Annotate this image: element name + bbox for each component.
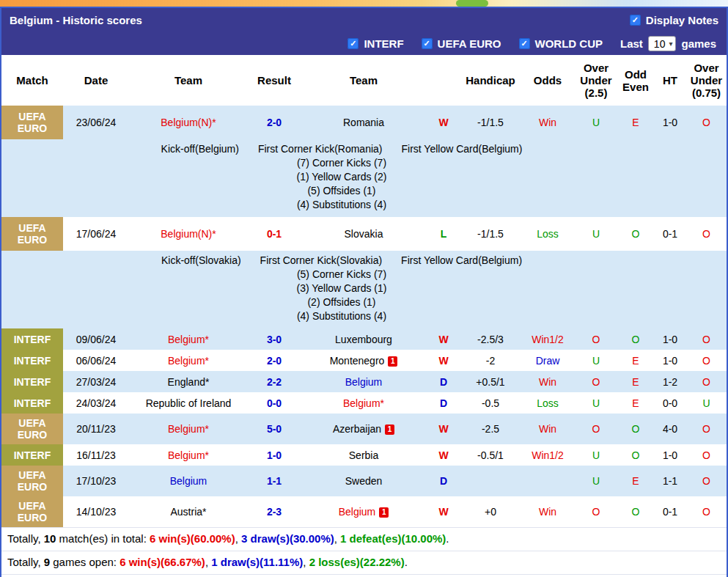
filter-bar: ✓ INTERF ✓ UEFA EURO ✓ WORLD CUP Last 10…	[1, 32, 727, 55]
odd-even-cell: O	[617, 444, 654, 466]
uefa-euro-checkbox[interactable]: ✓	[422, 38, 433, 49]
odd-even-cell: E	[617, 371, 654, 392]
match-date: 20/11/23	[63, 414, 129, 444]
first-yellow-note: First Yellow Card(Belgium)	[401, 142, 522, 156]
display-notes-checkbox[interactable]: ✓	[630, 15, 641, 26]
interf-checkbox[interactable]: ✓	[348, 38, 359, 49]
competition-cell: UEFA EURO	[1, 106, 63, 139]
filter-group-world-cup: ✓ WORLD CUP	[519, 37, 603, 50]
odds-cell	[521, 466, 575, 496]
odds-cell: Win	[521, 371, 575, 392]
match-row: UEFA EURO 17/10/23 Belgium 1-1 Sweden D …	[1, 466, 727, 496]
ht-cell: 1-0	[654, 328, 686, 350]
handicap-cell: +0.5/1	[460, 371, 521, 392]
red-card-icon: 1	[385, 425, 394, 435]
home-team: Republic of Ireland	[129, 392, 248, 414]
handicap-result-letter: D	[427, 371, 460, 392]
home-team: Belgium*	[129, 444, 248, 466]
first-corner-note: First Corner Kick(Romania)	[258, 142, 383, 156]
last-label: Last	[620, 37, 643, 50]
handicap-cell: -2.5/3	[460, 328, 521, 350]
odds-cell: Win	[521, 496, 575, 527]
over-under-075-cell: O	[686, 414, 727, 444]
match-date: 17/06/24	[63, 217, 129, 251]
match-row: INTERF 24/03/24 Republic of Ireland 0-0 …	[1, 392, 727, 414]
note-stat-line: (5) Corner Kicks (7)	[63, 268, 620, 282]
away-team: Azerbaijan1	[301, 414, 427, 444]
match-row: UEFA EURO 23/06/24 Belgium(N)* 2-0 Roman…	[1, 106, 727, 139]
away-team: Luxembourg	[301, 328, 427, 350]
summary-segment: .	[405, 556, 408, 568]
note-stat-line: (4) Substitutions (4)	[63, 309, 620, 323]
handicap-result-letter: D	[427, 392, 460, 414]
summary-segment: ,	[334, 532, 340, 545]
odd-even-cell: O	[617, 217, 654, 251]
result-cell: 0-0	[248, 392, 301, 414]
odd-even-cell: E	[617, 350, 654, 371]
home-team: Belgium(N)*	[129, 106, 248, 139]
kickoff-line: Kick-off(Belgium) First Corner Kick(Roma…	[63, 142, 620, 156]
summary-segment: 2 loss(es)(22.22%)	[309, 556, 405, 568]
competition-cell: INTERF	[1, 371, 63, 392]
match-date: 16/11/23	[63, 444, 129, 466]
match-date: 24/03/24	[63, 392, 129, 414]
handicap-cell: -2.5	[460, 414, 521, 444]
away-team: Belgium	[301, 371, 427, 392]
summary-line-open: Totally, 9 games open: 6 win(s)(66.67%),…	[1, 551, 727, 574]
match-row: UEFA EURO 20/11/23 Belgium* 5-0 Azerbaij…	[1, 414, 727, 444]
note-stat-line: (1) Yellow Cards (2)	[63, 170, 620, 184]
match-date: 09/06/24	[63, 328, 129, 350]
result-cell: 2-0	[248, 350, 301, 371]
result-cell: 2-0	[248, 106, 301, 139]
col-header-team2: Team	[301, 55, 427, 106]
summary-segment: 6 win(s)(66.67%)	[120, 556, 205, 568]
away-team-name: Belgium	[339, 506, 376, 518]
banner-green-shape	[456, 0, 488, 7]
match-date: 27/03/24	[63, 371, 129, 392]
match-date: 17/10/23	[63, 466, 129, 496]
summary-segment: ,	[303, 556, 309, 568]
world-cup-checkbox[interactable]: ✓	[519, 38, 530, 49]
over-under-cell: O	[575, 414, 617, 444]
filter-group-interf: ✓ INTERF	[348, 37, 403, 50]
away-team: Belgium*	[301, 392, 427, 414]
over-under-cell: U	[575, 392, 617, 414]
ht-cell: 0-1	[654, 217, 686, 251]
summary-segment: .	[446, 532, 449, 545]
handicap-cell: -1/1.5	[460, 106, 521, 139]
summary-segment: 3 draw(s)(30.00%)	[241, 532, 334, 545]
home-team: Belgium	[129, 466, 248, 496]
notes-spacer-cell	[1, 139, 63, 217]
col-header-date: Date	[63, 55, 129, 106]
over-under-075-cell: O	[686, 444, 727, 466]
last-games-group: Last 10 ▾ games	[620, 36, 716, 51]
competition-cell: UEFA EURO	[1, 414, 63, 444]
over-under-075-cell: O	[686, 371, 727, 392]
filter-group-uefa-euro: ✓ UEFA EURO	[422, 37, 501, 50]
col-header-over-under-075: Over Under (0.75)	[686, 55, 727, 106]
note-stat-line: (7) Corner Kicks (7)	[63, 156, 620, 170]
last-games-select[interactable]: 10 ▾	[648, 36, 677, 51]
handicap-cell: -1/1.5	[460, 217, 521, 251]
match-row: UEFA EURO 14/10/23 Austria* 2-3 Belgium1…	[1, 496, 727, 527]
handicap-result-letter: W	[427, 350, 460, 371]
note-stat-line: (4) Substitutions (4)	[63, 198, 620, 212]
handicap-result-letter: W	[427, 496, 460, 527]
note-stat-line: (5) Offsides (1)	[63, 184, 620, 198]
col-header-ht: HT	[654, 55, 686, 106]
odds-cell: Win1/2	[521, 444, 575, 466]
note-stat-line: (3) Yellow Cards (1)	[63, 282, 620, 295]
match-row: INTERF 27/03/24 England* 2-2 Belgium D +…	[1, 371, 727, 392]
summary-segment: Totally,	[7, 556, 44, 568]
over-under-cell: U	[575, 217, 617, 251]
ht-cell: 0-0	[654, 392, 686, 414]
notes-spacer-cell	[1, 251, 63, 328]
summary-segment: Totally,	[7, 532, 44, 545]
ht-cell: 1-0	[654, 106, 686, 139]
handicap-result-letter: W	[427, 328, 460, 350]
match-date: 06/06/24	[63, 350, 129, 371]
col-header-team1: Team	[129, 55, 248, 106]
kickoff-line: Kick-off(Slovakia) First Corner Kick(Slo…	[63, 254, 620, 268]
odd-even-cell: O	[617, 496, 654, 527]
result-cell: 1-0	[248, 444, 301, 466]
